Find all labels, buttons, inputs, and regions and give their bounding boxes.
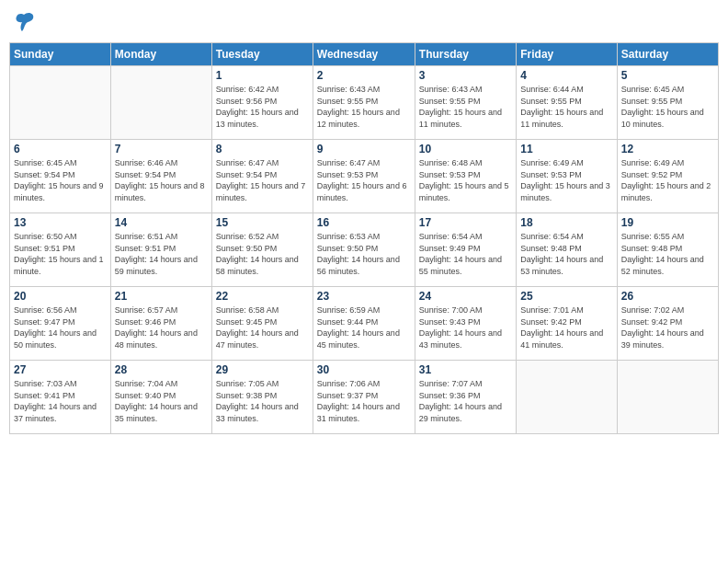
day-info: Sunrise: 6:50 AM Sunset: 9:51 PM Dayligh…	[14, 231, 107, 277]
sunset: Sunset: 9:44 PM	[317, 316, 411, 328]
sunrise: Sunrise: 6:48 AM	[419, 157, 512, 169]
sunset: Sunset: 9:53 PM	[317, 169, 411, 181]
sunset: Sunset: 9:51 PM	[115, 243, 208, 255]
daylight: Daylight: 15 hours and 8 minutes.	[115, 180, 208, 203]
sunset: Sunset: 9:54 PM	[216, 169, 309, 181]
sunrise: Sunrise: 7:03 AM	[14, 378, 107, 390]
daylight: Daylight: 14 hours and 58 minutes.	[216, 254, 309, 277]
day-number: 3	[419, 69, 512, 82]
weekday-header-wednesday: Wednesday	[313, 43, 415, 66]
day-info: Sunrise: 6:46 AM Sunset: 9:54 PM Dayligh…	[115, 157, 208, 203]
sunrise: Sunrise: 6:46 AM	[115, 157, 208, 169]
day-number: 28	[115, 363, 208, 376]
calendar-cell: 12 Sunrise: 6:49 AM Sunset: 9:52 PM Dayl…	[617, 140, 718, 213]
sunrise: Sunrise: 6:51 AM	[115, 231, 208, 243]
sunset: Sunset: 9:43 PM	[419, 316, 512, 328]
day-info: Sunrise: 6:45 AM Sunset: 9:55 PM Dayligh…	[621, 84, 714, 130]
day-number: 27	[14, 363, 107, 376]
sunrise: Sunrise: 7:06 AM	[317, 378, 411, 390]
day-info: Sunrise: 6:53 AM Sunset: 9:50 PM Dayligh…	[317, 231, 411, 277]
daylight: Daylight: 15 hours and 10 minutes.	[621, 107, 714, 130]
day-number: 4	[520, 69, 612, 82]
header	[9, 9, 719, 35]
daylight: Daylight: 14 hours and 50 minutes.	[14, 327, 107, 350]
calendar-cell: 7 Sunrise: 6:46 AM Sunset: 9:54 PM Dayli…	[110, 140, 211, 213]
calendar-week-5: 27 Sunrise: 7:03 AM Sunset: 9:41 PM Dayl…	[10, 361, 719, 434]
day-number: 9	[317, 143, 411, 155]
calendar-cell	[10, 66, 111, 140]
sunrise: Sunrise: 6:53 AM	[317, 231, 411, 243]
day-number: 5	[621, 69, 714, 82]
day-number: 15	[216, 216, 309, 229]
sunrise: Sunrise: 7:01 AM	[520, 304, 612, 316]
calendar-cell: 18 Sunrise: 6:54 AM Sunset: 9:48 PM Dayl…	[517, 213, 617, 287]
sunset: Sunset: 9:56 PM	[216, 96, 309, 108]
sunrise: Sunrise: 6:45 AM	[621, 84, 714, 96]
daylight: Daylight: 15 hours and 1 minute.	[14, 254, 107, 277]
sunset: Sunset: 9:48 PM	[520, 243, 612, 255]
calendar-cell: 9 Sunrise: 6:47 AM Sunset: 9:53 PM Dayli…	[313, 140, 415, 213]
day-number: 29	[216, 363, 309, 376]
day-info: Sunrise: 6:43 AM Sunset: 9:55 PM Dayligh…	[317, 84, 411, 130]
calendar-cell: 29 Sunrise: 7:05 AM Sunset: 9:38 PM Dayl…	[211, 361, 313, 434]
calendar-cell: 28 Sunrise: 7:04 AM Sunset: 9:40 PM Dayl…	[110, 361, 211, 434]
calendar-week-3: 13 Sunrise: 6:50 AM Sunset: 9:51 PM Dayl…	[10, 213, 719, 287]
calendar-cell: 4 Sunrise: 6:44 AM Sunset: 9:55 PM Dayli…	[517, 66, 617, 140]
sunrise: Sunrise: 6:47 AM	[216, 157, 309, 169]
day-info: Sunrise: 6:54 AM Sunset: 9:49 PM Dayligh…	[419, 231, 512, 277]
day-number: 21	[115, 290, 208, 303]
sunrise: Sunrise: 6:59 AM	[317, 304, 411, 316]
calendar-table: SundayMondayTuesdayWednesdayThursdayFrid…	[9, 42, 719, 434]
calendar-cell: 31 Sunrise: 7:07 AM Sunset: 9:36 PM Dayl…	[415, 361, 516, 434]
sunrise: Sunrise: 7:04 AM	[115, 378, 208, 390]
weekday-header-thursday: Thursday	[415, 43, 516, 66]
weekday-header-friday: Friday	[517, 43, 617, 66]
calendar-cell: 27 Sunrise: 7:03 AM Sunset: 9:41 PM Dayl…	[10, 361, 111, 434]
calendar-cell: 14 Sunrise: 6:51 AM Sunset: 9:51 PM Dayl…	[110, 213, 211, 287]
day-number: 17	[419, 216, 512, 229]
day-number: 2	[317, 69, 411, 82]
daylight: Daylight: 14 hours and 35 minutes.	[115, 401, 208, 424]
day-number: 6	[14, 143, 107, 155]
sunrise: Sunrise: 7:05 AM	[216, 378, 309, 390]
sunrise: Sunrise: 6:44 AM	[520, 84, 612, 96]
sunset: Sunset: 9:53 PM	[419, 169, 512, 181]
calendar-cell: 1 Sunrise: 6:42 AM Sunset: 9:56 PM Dayli…	[211, 66, 313, 140]
day-info: Sunrise: 6:42 AM Sunset: 9:56 PM Dayligh…	[216, 84, 309, 130]
calendar-cell: 13 Sunrise: 6:50 AM Sunset: 9:51 PM Dayl…	[10, 213, 111, 287]
sunset: Sunset: 9:53 PM	[520, 169, 612, 181]
calendar-cell: 10 Sunrise: 6:48 AM Sunset: 9:53 PM Dayl…	[415, 140, 516, 213]
sunrise: Sunrise: 6:55 AM	[621, 231, 714, 243]
sunset: Sunset: 9:40 PM	[115, 390, 208, 402]
sunset: Sunset: 9:42 PM	[520, 316, 612, 328]
day-number: 14	[115, 216, 208, 229]
calendar-cell	[617, 361, 718, 434]
daylight: Daylight: 14 hours and 31 minutes.	[317, 401, 411, 424]
sunrise: Sunrise: 7:00 AM	[419, 304, 512, 316]
sunset: Sunset: 9:50 PM	[317, 243, 411, 255]
day-info: Sunrise: 6:58 AM Sunset: 9:45 PM Dayligh…	[216, 304, 309, 350]
day-info: Sunrise: 6:44 AM Sunset: 9:55 PM Dayligh…	[520, 84, 612, 130]
calendar-cell: 22 Sunrise: 6:58 AM Sunset: 9:45 PM Dayl…	[211, 287, 313, 361]
sunrise: Sunrise: 6:49 AM	[520, 157, 612, 169]
sunset: Sunset: 9:42 PM	[621, 316, 714, 328]
calendar-cell: 30 Sunrise: 7:06 AM Sunset: 9:37 PM Dayl…	[313, 361, 415, 434]
sunset: Sunset: 9:46 PM	[115, 316, 208, 328]
calendar-cell: 17 Sunrise: 6:54 AM Sunset: 9:49 PM Dayl…	[415, 213, 516, 287]
day-number: 26	[621, 290, 714, 303]
sunrise: Sunrise: 6:49 AM	[621, 157, 714, 169]
daylight: Daylight: 15 hours and 5 minutes.	[419, 180, 512, 203]
day-info: Sunrise: 6:48 AM Sunset: 9:53 PM Dayligh…	[419, 157, 512, 203]
calendar-cell: 23 Sunrise: 6:59 AM Sunset: 9:44 PM Dayl…	[313, 287, 415, 361]
day-info: Sunrise: 7:03 AM Sunset: 9:41 PM Dayligh…	[14, 378, 107, 424]
sunset: Sunset: 9:55 PM	[621, 96, 714, 108]
sunrise: Sunrise: 6:58 AM	[216, 304, 309, 316]
day-number: 24	[419, 290, 512, 303]
weekday-header-tuesday: Tuesday	[211, 43, 313, 66]
day-info: Sunrise: 7:07 AM Sunset: 9:36 PM Dayligh…	[419, 378, 512, 424]
sunset: Sunset: 9:55 PM	[419, 96, 512, 108]
day-info: Sunrise: 6:49 AM Sunset: 9:52 PM Dayligh…	[621, 157, 714, 203]
daylight: Daylight: 14 hours and 39 minutes.	[621, 327, 714, 350]
day-number: 10	[419, 143, 512, 155]
weekday-header-monday: Monday	[110, 43, 211, 66]
